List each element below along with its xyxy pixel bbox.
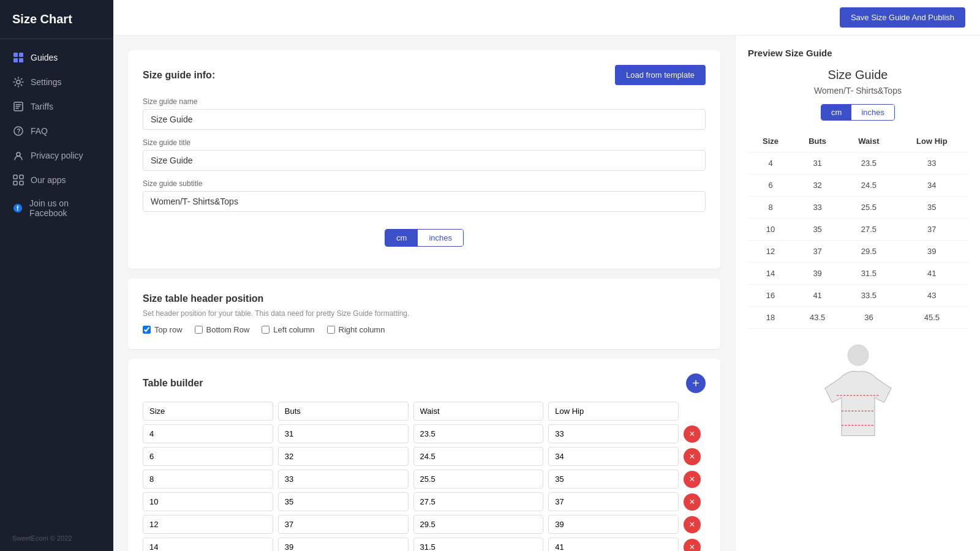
sidebar-label-tariffs: Tariffs	[31, 102, 53, 111]
delete-row-3-button[interactable]: ×	[684, 471, 701, 488]
preview-guide-title: Size Guide	[748, 68, 968, 82]
preview-table-cell: 8	[748, 197, 793, 219]
col-header-buts[interactable]	[278, 402, 409, 421]
delete-row-1-button[interactable]: ×	[684, 425, 701, 443]
preview-table-cell: 31	[793, 152, 842, 174]
preview-table: Size Buts Waist Low Hip 43123.53363224.5…	[748, 130, 968, 329]
cell-r2c4[interactable]	[548, 447, 679, 466]
top-bar: Save Size Guide And Publish	[113, 0, 980, 36]
preview-table-cell: 18	[748, 307, 793, 329]
sidebar-item-settings[interactable]: Settings	[0, 70, 113, 94]
content-wrapper: Size guide info: Load from template Size…	[113, 36, 980, 551]
cell-r5c4[interactable]	[548, 515, 679, 534]
checkbox-top-row[interactable]: Top row	[143, 325, 183, 334]
preview-table-row: 43123.533	[748, 152, 968, 174]
cell-r1c4[interactable]	[548, 424, 679, 443]
cell-r3c1[interactable]	[143, 470, 273, 489]
delete-row-2-button[interactable]: ×	[684, 448, 701, 465]
sidebar-item-facebook[interactable]: f Join us on Facebook	[0, 192, 113, 224]
cell-r4c4[interactable]	[548, 492, 679, 511]
size-guide-name-input[interactable]	[143, 109, 706, 130]
cell-r5c3[interactable]	[413, 515, 544, 534]
table-builder-section: Table builder + ×	[128, 359, 720, 551]
preview-table-cell: 16	[748, 285, 793, 307]
cell-r4c2[interactable]	[278, 492, 409, 511]
cell-r3c2[interactable]	[278, 470, 409, 489]
svg-point-4	[17, 80, 20, 84]
preview-unit-cm-button[interactable]: cm	[821, 105, 851, 120]
col-header-waist[interactable]	[413, 402, 544, 421]
cell-r1c2[interactable]	[278, 424, 409, 443]
table-row: ×	[143, 492, 706, 511]
facebook-icon: f	[12, 202, 23, 214]
delete-row-5-button[interactable]: ×	[684, 516, 701, 533]
checkbox-left-column[interactable]: Left column	[262, 325, 314, 334]
cell-r4c1[interactable]	[143, 492, 273, 511]
cell-r3c4[interactable]	[548, 470, 679, 489]
preview-table-cell: 37	[896, 219, 968, 241]
checkbox-right-column[interactable]: Right column	[327, 325, 385, 334]
sidebar: Size Chart Guides Settings	[0, 0, 113, 551]
cell-r5c1[interactable]	[143, 515, 273, 534]
preview-table-row: 83325.535	[748, 197, 968, 219]
size-guide-title-input[interactable]	[143, 150, 706, 171]
privacy-icon	[12, 149, 24, 162]
table-builder-title: Table builder	[143, 378, 203, 389]
cell-r6c3[interactable]	[413, 538, 544, 551]
add-row-button[interactable]: +	[686, 373, 706, 393]
preview-unit-toggle: cm inches	[748, 104, 968, 121]
preview-col-lowhip: Low Hip	[896, 130, 968, 152]
sidebar-item-faq[interactable]: ? FAQ	[0, 119, 113, 143]
sidebar-item-our-apps[interactable]: Our apps	[0, 168, 113, 192]
preview-table-row: 103527.537	[748, 219, 968, 241]
preview-table-cell: 41	[896, 263, 968, 285]
subtitle-label: Size guide subtitle	[143, 179, 706, 188]
preview-table-cell: 27.5	[842, 219, 895, 241]
save-publish-button[interactable]: Save Size Guide And Publish	[840, 7, 965, 28]
unit-cm-button[interactable]: cm	[385, 230, 418, 246]
sidebar-item-guides[interactable]: Guides	[0, 45, 113, 70]
cell-r2c1[interactable]	[143, 447, 273, 466]
load-template-button[interactable]: Load from template	[615, 65, 706, 85]
preview-table-cell: 33.5	[842, 285, 895, 307]
delete-row-4-button[interactable]: ×	[684, 493, 701, 511]
cell-r2c3[interactable]	[413, 447, 544, 466]
preview-table-row: 123729.539	[748, 241, 968, 263]
sidebar-item-tariffs[interactable]: Tariffs	[0, 94, 113, 119]
cell-r3c3[interactable]	[413, 470, 544, 489]
delete-row-6-button[interactable]: ×	[684, 539, 701, 552]
preview-unit-inches-button[interactable]: inches	[851, 105, 894, 120]
cell-r2c2[interactable]	[278, 447, 409, 466]
cell-r1c1[interactable]	[143, 424, 273, 443]
settings-icon	[12, 76, 24, 88]
unit-inches-button[interactable]: inches	[418, 230, 463, 246]
svg-rect-2	[13, 58, 18, 62]
checkbox-row: Top row Bottom Row Left column Right col…	[143, 325, 706, 334]
cell-r6c1[interactable]	[143, 538, 273, 551]
our-apps-icon	[12, 174, 24, 186]
header-position-section: Size table header position Set header po…	[128, 279, 720, 349]
cell-r5c2[interactable]	[278, 515, 409, 534]
checkbox-bottom-row[interactable]: Bottom Row	[195, 325, 250, 334]
size-guide-subtitle-input[interactable]	[143, 191, 706, 212]
preview-table-cell: 12	[748, 241, 793, 263]
cell-r6c2[interactable]	[278, 538, 409, 551]
preview-table-cell: 33	[896, 152, 968, 174]
table-row: ×	[143, 470, 706, 489]
table-builder-header: Table builder +	[143, 373, 706, 393]
preview-table-cell: 43	[896, 285, 968, 307]
table-row: ×	[143, 424, 706, 443]
preview-table-row: 164133.543	[748, 285, 968, 307]
preview-toggle-wrap: cm inches	[821, 104, 895, 121]
cell-r4c3[interactable]	[413, 492, 544, 511]
svg-rect-14	[13, 181, 17, 185]
sidebar-item-privacy[interactable]: Privacy policy	[0, 143, 113, 168]
col-header-size[interactable]	[143, 402, 273, 421]
sidebar-footer: SweetEcom © 2022	[0, 525, 113, 551]
preview-title: Preview Size Guide	[748, 48, 968, 58]
tshirt-illustration	[748, 341, 968, 445]
cell-r1c3[interactable]	[413, 424, 544, 443]
cell-r6c4[interactable]	[548, 538, 679, 551]
preview-table-cell: 43.5	[793, 307, 842, 329]
col-header-lowhip[interactable]	[548, 402, 679, 421]
